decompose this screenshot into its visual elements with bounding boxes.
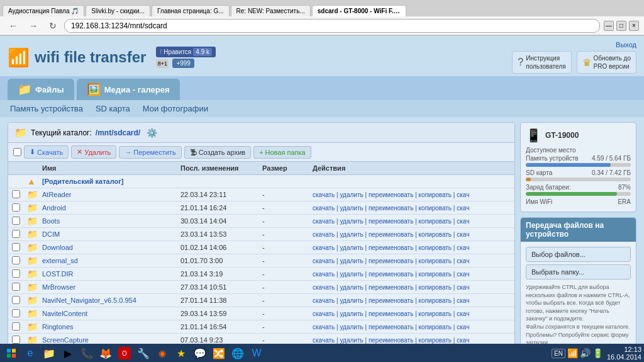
- action-link[interactable]: скач: [457, 231, 469, 238]
- row-checkbox[interactable]: [12, 336, 20, 344]
- action-link[interactable]: скачать: [313, 218, 335, 225]
- action-link[interactable]: копировать: [419, 244, 452, 251]
- action-link[interactable]: переименовать: [369, 205, 414, 212]
- action-link[interactable]: переименовать: [369, 218, 414, 225]
- lang-badge[interactable]: EN: [552, 349, 565, 358]
- new-folder-button[interactable]: + Новая папка: [253, 146, 311, 159]
- minimize-button[interactable]: —: [604, 21, 614, 31]
- choose-folder-button[interactable]: Выбрать папку...: [526, 264, 631, 280]
- row-checkbox[interactable]: [12, 217, 20, 225]
- action-link[interactable]: скачать: [313, 310, 335, 317]
- action-link[interactable]: переименовать: [369, 284, 414, 291]
- action-link[interactable]: копировать: [419, 231, 452, 238]
- row-name[interactable]: AtReader: [42, 191, 180, 198]
- tab-3[interactable]: Главная страница: G...: [152, 5, 230, 16]
- row-name[interactable]: Boots: [42, 217, 180, 225]
- address-bar[interactable]: [64, 19, 600, 33]
- row-checkbox[interactable]: [12, 256, 20, 264]
- app9-button[interactable]: ◉: [153, 346, 171, 361]
- action-link[interactable]: переименовать: [369, 297, 414, 304]
- back-button[interactable]: ←: [5, 19, 21, 33]
- folder-taskbar-button[interactable]: 📁: [40, 346, 58, 361]
- action-link[interactable]: удалить: [340, 231, 363, 238]
- row-name[interactable]: MrBrowser: [42, 283, 180, 291]
- action-link[interactable]: удалить: [340, 310, 363, 317]
- row-name[interactable]: Download: [42, 244, 180, 251]
- action-link[interactable]: копировать: [419, 191, 452, 198]
- download-button[interactable]: ⬇ Скачать: [24, 145, 69, 159]
- action-link[interactable]: скач: [457, 310, 469, 317]
- action-link[interactable]: скачать: [313, 205, 335, 212]
- ie-button[interactable]: e: [21, 346, 39, 361]
- action-link[interactable]: копировать: [419, 205, 452, 212]
- subnav-sd[interactable]: SD карта: [96, 104, 130, 113]
- app8-button[interactable]: 🔧: [135, 346, 152, 361]
- action-link[interactable]: удалить: [340, 218, 363, 225]
- action-link[interactable]: копировать: [419, 284, 452, 291]
- action-link[interactable]: скач: [457, 257, 469, 264]
- tab-2[interactable]: Slivki.by - скидки...: [86, 5, 150, 16]
- action-link[interactable]: скач: [457, 297, 469, 304]
- action-link[interactable]: скач: [457, 205, 469, 212]
- action-link[interactable]: скач: [457, 284, 469, 291]
- app10-button[interactable]: ★: [172, 346, 190, 361]
- app12-button[interactable]: 🔀: [210, 346, 228, 361]
- logout-link[interactable]: Выход: [616, 41, 636, 48]
- row-checkbox[interactable]: [12, 203, 20, 212]
- action-link[interactable]: скач: [457, 191, 469, 198]
- action-link[interactable]: скачать: [313, 191, 335, 198]
- row-name[interactable]: Android: [42, 204, 180, 212]
- action-link[interactable]: скач: [457, 324, 469, 331]
- row-name[interactable]: ScreenCapture: [42, 336, 180, 344]
- row-name[interactable]: NavitelContent: [42, 310, 180, 317]
- action-link[interactable]: копировать: [419, 218, 452, 225]
- action-link[interactable]: удалить: [340, 284, 363, 291]
- action-link[interactable]: скач: [457, 218, 469, 225]
- close-button[interactable]: ×: [629, 21, 639, 31]
- archive-button[interactable]: 🗜 Создать архив: [184, 146, 251, 159]
- refresh-button[interactable]: ↻: [45, 19, 60, 33]
- action-link[interactable]: скач: [457, 337, 469, 344]
- settings-icon[interactable]: ⚙️: [147, 128, 157, 138]
- row-name[interactable]: Ringtones: [42, 323, 180, 331]
- action-link[interactable]: копировать: [419, 310, 452, 317]
- action-link[interactable]: удалить: [340, 244, 363, 251]
- select-all-checkbox[interactable]: [13, 148, 21, 156]
- volume-tray-icon[interactable]: 🔊: [580, 348, 591, 358]
- action-link[interactable]: удалить: [340, 205, 363, 212]
- action-link[interactable]: переименовать: [369, 257, 414, 264]
- row-checkbox[interactable]: [12, 190, 20, 198]
- tab-4[interactable]: Re: NEW: Разместить...: [231, 5, 311, 16]
- action-link[interactable]: удалить: [340, 271, 363, 278]
- action-link[interactable]: скач: [457, 244, 469, 251]
- action-link[interactable]: скачать: [313, 244, 335, 251]
- tab-1[interactable]: Аудиостанция Павла 🎵: [3, 5, 84, 16]
- help-button[interactable]: ? Инструкцияпользователя: [512, 51, 571, 74]
- delete-button[interactable]: ✕ Удалить: [71, 145, 116, 159]
- row-checkbox[interactable]: [12, 230, 20, 238]
- action-link[interactable]: скачать: [313, 271, 335, 278]
- action-link[interactable]: переименовать: [369, 244, 414, 251]
- action-link[interactable]: переименовать: [369, 191, 414, 198]
- subnav-photos[interactable]: Мои фотографии: [143, 104, 208, 113]
- row-name[interactable]: NaviNet_Navigator_v6.5.0.954: [42, 297, 180, 304]
- app14-button[interactable]: W: [248, 346, 265, 361]
- action-link[interactable]: переименовать: [369, 271, 414, 278]
- tab-media[interactable]: 🖼️ Медиа - галерея: [77, 79, 180, 100]
- row-checkbox[interactable]: [12, 296, 20, 304]
- row-checkbox[interactable]: [12, 283, 20, 291]
- row-name[interactable]: external_sd: [42, 257, 180, 264]
- action-link[interactable]: копировать: [419, 324, 452, 331]
- row-name[interactable]: LOST.DIR: [42, 270, 180, 278]
- action-link[interactable]: копировать: [419, 257, 452, 264]
- action-link[interactable]: копировать: [419, 337, 452, 344]
- start-button[interactable]: [3, 346, 20, 361]
- choose-files-button[interactable]: Выбор файлов...: [526, 247, 631, 262]
- action-link[interactable]: удалить: [340, 191, 363, 198]
- action-link[interactable]: копировать: [419, 297, 452, 304]
- row-checkbox[interactable]: [12, 322, 20, 331]
- forward-button[interactable]: →: [25, 19, 42, 33]
- action-link[interactable]: скачать: [313, 324, 335, 331]
- action-link[interactable]: скачать: [313, 337, 335, 344]
- row-name[interactable]: DCIM: [42, 230, 180, 238]
